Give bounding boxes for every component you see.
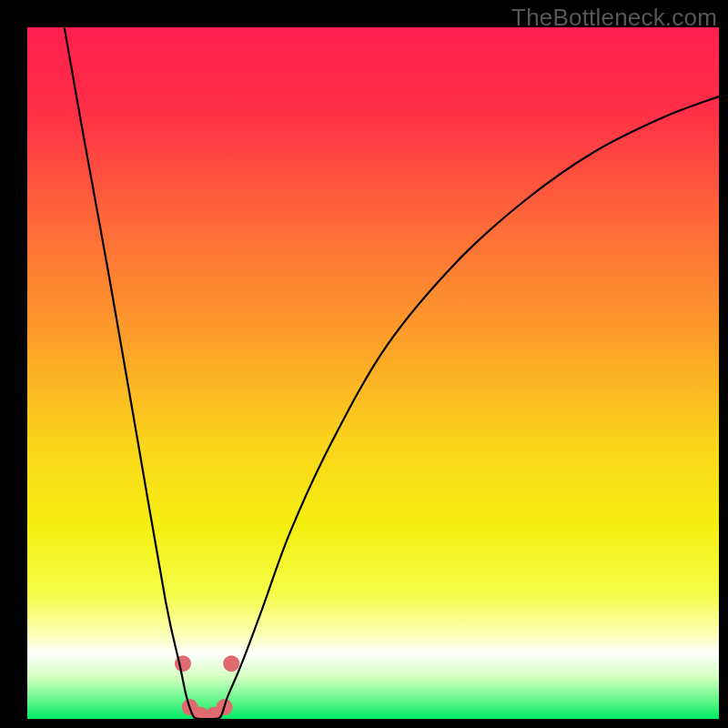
plot-area xyxy=(27,27,719,719)
outer-frame: TheBottleneck.com xyxy=(0,0,728,728)
highlight-marker xyxy=(223,655,239,672)
chart-svg xyxy=(27,27,719,719)
bottleneck-curve xyxy=(62,27,719,719)
watermark-text: TheBottleneck.com xyxy=(511,4,717,32)
